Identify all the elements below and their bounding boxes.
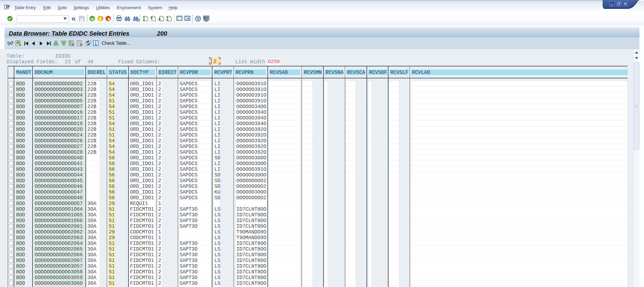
svg-text:?: ? (197, 17, 199, 21)
